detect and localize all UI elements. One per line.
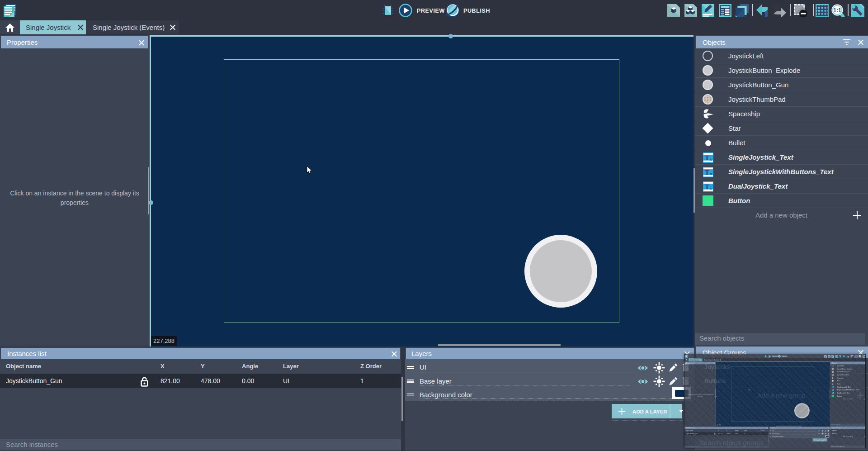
svg-text:x: x [710,157,712,161]
svg-text:x: x [710,186,712,190]
svg-text:x: x [710,171,712,176]
svg-text:T: T [705,169,709,176]
svg-text:T: T [705,183,709,190]
svg-text:1:1: 1:1 [833,7,841,14]
svg-text:T: T [705,154,709,161]
